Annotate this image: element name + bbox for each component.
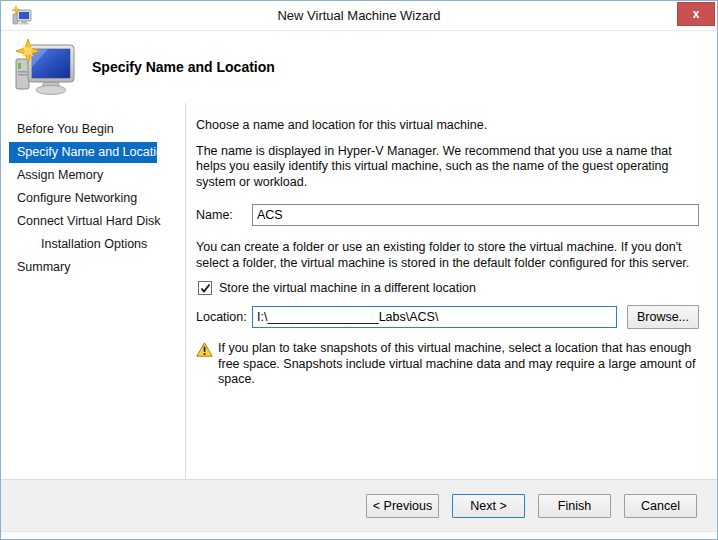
name-input[interactable] (252, 204, 699, 226)
wizard-computer-icon (14, 37, 80, 97)
sidebar-item-specify-name-and-location[interactable]: Specify Name and Location (9, 142, 157, 163)
window-title: New Virtual Machine Wizard (277, 8, 440, 23)
different-location-checkbox-row[interactable]: Store the virtual machine in a different… (198, 281, 699, 295)
location-field-row: Location: Browse... (196, 305, 699, 329)
different-location-checkbox-label: Store the virtual machine in a different… (219, 281, 476, 295)
close-button[interactable]: x (677, 2, 715, 26)
next-button[interactable]: Next > (452, 494, 525, 518)
finish-button[interactable]: Finish (538, 494, 611, 518)
warning-text: If you plan to take snapshots of this vi… (218, 341, 696, 388)
browse-button[interactable]: Browse... (627, 305, 699, 329)
previous-button[interactable]: < Previous (366, 494, 439, 518)
close-icon: x (693, 7, 700, 21)
sidebar-item-configure-networking[interactable]: Configure Networking (9, 188, 157, 209)
snapshot-warning: If you plan to take snapshots of this vi… (196, 341, 699, 398)
page-content: Choose a name and location for this virt… (186, 103, 717, 479)
wizard-body: Before You Begin Specify Name and Locati… (1, 103, 717, 479)
cancel-button[interactable]: Cancel (624, 494, 697, 518)
warning-icon (196, 341, 218, 398)
folder-hint-text: You can create a folder or use an existi… (196, 240, 698, 271)
different-location-checkbox[interactable] (198, 281, 212, 295)
wizard-header: Specify Name and Location (1, 31, 717, 103)
footer-button-bar: < Previous Next > Finish Cancel (1, 479, 717, 539)
location-label: Location: (196, 310, 252, 324)
name-hint-text: The name is displayed in Hyper-V Manager… (196, 144, 698, 191)
sidebar-item-connect-virtual-hard-disk[interactable]: Connect Virtual Hard Disk (9, 211, 157, 232)
check-icon (200, 283, 211, 294)
location-input[interactable] (252, 306, 617, 328)
app-icon (11, 6, 33, 26)
sidebar-item-installation-options[interactable]: Installation Options (9, 234, 157, 255)
title-bar: New Virtual Machine Wizard x (1, 1, 717, 31)
intro-text: Choose a name and location for this virt… (196, 118, 698, 134)
sidebar-item-before-you-begin[interactable]: Before You Begin (9, 119, 157, 140)
name-label: Name: (196, 208, 252, 222)
sidebar-item-assign-memory[interactable]: Assign Memory (9, 165, 157, 186)
wizard-window: New Virtual Machine Wizard x (0, 0, 718, 540)
page-title: Specify Name and Location (92, 59, 275, 75)
wizard-steps-sidebar: Before You Begin Specify Name and Locati… (1, 103, 186, 479)
name-field-row: Name: (196, 204, 699, 226)
sidebar-item-summary[interactable]: Summary (9, 257, 157, 278)
